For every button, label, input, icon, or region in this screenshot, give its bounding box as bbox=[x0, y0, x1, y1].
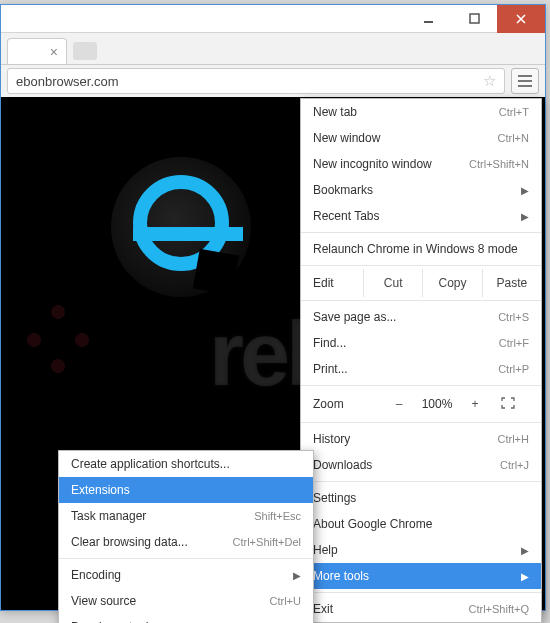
menu-zoom-row: Zoom – 100% + bbox=[301, 389, 541, 419]
menu-history[interactable]: HistoryCtrl+H bbox=[301, 426, 541, 452]
submenu-arrow-icon: ▶ bbox=[293, 570, 301, 581]
submenu-view-source[interactable]: View sourceCtrl+U bbox=[59, 588, 313, 614]
menu-print[interactable]: Print...Ctrl+P bbox=[301, 356, 541, 382]
edit-copy-button[interactable]: Copy bbox=[422, 269, 481, 297]
svg-rect-0 bbox=[424, 21, 433, 23]
submenu-clear-browsing-data[interactable]: Clear browsing data...Ctrl+Shift+Del bbox=[59, 529, 313, 555]
hamburger-icon bbox=[518, 75, 532, 77]
menu-downloads[interactable]: DownloadsCtrl+J bbox=[301, 452, 541, 478]
submenu-arrow-icon: ▶ bbox=[521, 185, 529, 196]
url-text: ebonbrowser.com bbox=[16, 74, 119, 89]
menu-separator bbox=[301, 592, 541, 593]
close-icon bbox=[515, 13, 527, 25]
chrome-main-menu: New tabCtrl+T New windowCtrl+N New incog… bbox=[300, 98, 542, 623]
submenu-task-manager[interactable]: Task managerShift+Esc bbox=[59, 503, 313, 529]
menu-new-incognito[interactable]: New incognito windowCtrl+Shift+N bbox=[301, 151, 541, 177]
zoom-in-button[interactable]: + bbox=[459, 397, 491, 411]
bookmark-star-icon[interactable]: ☆ bbox=[483, 72, 496, 90]
menu-save-page[interactable]: Save page as...Ctrl+S bbox=[301, 304, 541, 330]
tab-strip: × bbox=[1, 33, 545, 65]
submenu-arrow-icon: ▶ bbox=[521, 211, 529, 222]
menu-separator bbox=[301, 385, 541, 386]
edit-paste-button[interactable]: Paste bbox=[482, 269, 541, 297]
menu-relaunch-win8[interactable]: Relaunch Chrome in Windows 8 mode bbox=[301, 236, 541, 262]
menu-bookmarks[interactable]: Bookmarks▶ bbox=[301, 177, 541, 203]
fullscreen-icon bbox=[501, 397, 515, 409]
zoom-label: Zoom bbox=[313, 397, 383, 411]
submenu-developer-tools[interactable]: Developer toolsCtrl+Shift+I bbox=[59, 614, 313, 623]
submenu-arrow-icon: ▶ bbox=[521, 571, 529, 582]
zoom-value: 100% bbox=[415, 397, 459, 411]
menu-about-chrome[interactable]: About Google Chrome bbox=[301, 511, 541, 537]
menu-separator bbox=[301, 265, 541, 266]
address-bar[interactable]: ebonbrowser.com ☆ bbox=[7, 68, 505, 94]
zoom-out-button[interactable]: – bbox=[383, 397, 415, 411]
tab-close-icon[interactable]: × bbox=[50, 44, 58, 60]
chrome-menu-button[interactable] bbox=[511, 68, 539, 94]
background-decoration bbox=[21, 297, 101, 377]
submenu-create-shortcuts[interactable]: Create application shortcuts... bbox=[59, 451, 313, 477]
menu-new-tab[interactable]: New tabCtrl+T bbox=[301, 99, 541, 125]
menu-help[interactable]: Help▶ bbox=[301, 537, 541, 563]
svg-rect-1 bbox=[470, 14, 479, 23]
menu-separator bbox=[59, 558, 313, 559]
maximize-icon bbox=[469, 13, 480, 24]
menu-edit-row: Edit Cut Copy Paste bbox=[301, 269, 541, 297]
window-close-button[interactable] bbox=[497, 5, 545, 33]
edit-label: Edit bbox=[313, 276, 363, 290]
menu-find[interactable]: Find...Ctrl+F bbox=[301, 330, 541, 356]
menu-separator bbox=[301, 422, 541, 423]
menu-recent-tabs[interactable]: Recent Tabs▶ bbox=[301, 203, 541, 229]
site-logo bbox=[111, 157, 251, 297]
menu-separator bbox=[301, 300, 541, 301]
menu-settings[interactable]: Settings bbox=[301, 485, 541, 511]
more-tools-submenu: Create application shortcuts... Extensio… bbox=[58, 450, 314, 623]
new-tab-button[interactable] bbox=[73, 42, 97, 60]
window-minimize-button[interactable] bbox=[405, 5, 451, 33]
menu-more-tools[interactable]: More tools▶ bbox=[301, 563, 541, 589]
menu-new-window[interactable]: New windowCtrl+N bbox=[301, 125, 541, 151]
submenu-arrow-icon: ▶ bbox=[521, 545, 529, 556]
browser-tab[interactable]: × bbox=[7, 38, 67, 64]
submenu-extensions[interactable]: Extensions bbox=[59, 477, 313, 503]
minimize-icon bbox=[423, 13, 434, 24]
window-titlebar bbox=[1, 5, 545, 33]
toolbar: ebonbrowser.com ☆ bbox=[1, 65, 545, 97]
menu-exit[interactable]: ExitCtrl+Shift+Q bbox=[301, 596, 541, 622]
menu-separator bbox=[301, 481, 541, 482]
menu-separator bbox=[301, 232, 541, 233]
edit-cut-button[interactable]: Cut bbox=[363, 269, 422, 297]
window-maximize-button[interactable] bbox=[451, 5, 497, 33]
submenu-encoding[interactable]: Encoding▶ bbox=[59, 562, 313, 588]
fullscreen-button[interactable] bbox=[491, 397, 525, 412]
